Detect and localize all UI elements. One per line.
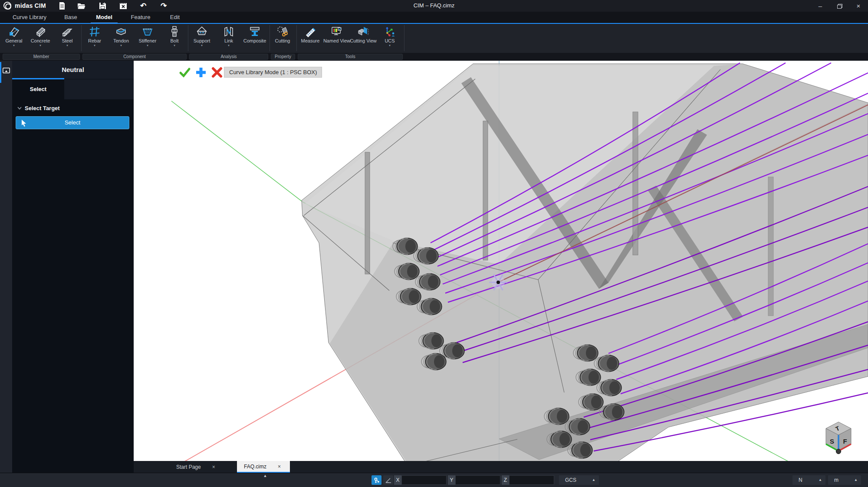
force-unit-select[interactable]: N ▲ [792,475,825,485]
ribbon-item-tendon[interactable]: Tendon ▾ [108,25,134,52]
tab-feature[interactable]: Feature [124,12,158,23]
minimize-button[interactable]: – [811,0,830,12]
chevron-down-icon[interactable]: ▾ [216,44,241,47]
ribbon-separator [296,25,297,51]
chevron-down-icon[interactable]: ▾ [82,44,107,47]
close-tab-icon[interactable]: × [212,464,215,470]
chevron-down-icon [17,107,22,110]
tendon-icon [115,26,127,38]
dropdown-arrow-icon: ▲ [854,475,858,485]
close-button[interactable]: × [849,0,868,12]
restore-button[interactable] [830,0,849,12]
ribbon-separator [81,25,82,51]
chevron-down-icon[interactable]: ▾ [377,44,402,47]
group-analysis: Analysis [189,54,268,60]
chevron-down-icon[interactable]: ▾ [55,44,80,47]
ribbon-item-composite[interactable]: Composite [241,25,268,52]
tab-select[interactable]: Select [12,79,64,99]
select-button[interactable]: Select [16,116,129,129]
angle-icon [385,477,391,483]
chevron-down-icon[interactable]: ▾ [28,44,53,47]
ribbon-separator [404,25,404,51]
chevron-down-icon[interactable]: ▾ [162,44,187,47]
chevron-down-icon[interactable]: ▾ [189,44,214,47]
concrete-icon [34,26,46,38]
composite-icon [249,26,261,38]
ribbon-item-link[interactable]: Link ▾ [216,25,241,52]
sidebar-icon-strip [0,61,12,473]
coordinate-system-select[interactable]: GCS ▲ [559,475,599,485]
cube-face-left: S [830,438,834,445]
confirm-button[interactable] [179,66,191,78]
window-title: CIM – FAQ.cimz [0,2,868,9]
chevron-down-icon[interactable]: ▾ [108,44,134,47]
chevron-down-icon[interactable]: ▾ [134,44,161,47]
close-tab-icon[interactable]: × [278,464,281,470]
cursor-arrow-icon [21,120,26,127]
length-unit-select[interactable]: m ▲ [828,475,861,485]
ribbon-item-bolt[interactable]: Bolt ▾ [162,25,187,52]
steel-icon [61,26,73,38]
coordinate-input-mode-button[interactable] [372,475,381,485]
measure-icon [304,26,316,38]
point-coordinate-icon [374,477,380,483]
tab-curve-library[interactable]: Curve Library [8,12,51,23]
tab-base[interactable]: Base [56,12,86,23]
collapse-statusbar-button[interactable]: ▲ [260,474,271,478]
ribbon-item-named-view[interactable]: Named View [322,25,352,52]
ribbon-item-support[interactable]: Support ▾ [189,25,214,52]
checkmark-icon [181,69,189,76]
rebar-icon [89,26,101,38]
ribbon-item-cutting[interactable]: Cutting [270,25,295,52]
cutting-icon [276,26,289,38]
ribbon-item-steel[interactable]: Steel ▾ [55,25,80,52]
x-icon [213,69,221,76]
ribbon-item-concrete[interactable]: Concrete ▾ [28,25,53,52]
coord-input-y[interactable] [455,475,500,485]
coord-label-y: Y [448,475,455,485]
ribbon: General ▾ Concrete ▾ Steel ▾ Rebar ▾ Ten… [0,24,868,53]
document-tab-bar: Start Page × FAQ.cimz × [134,461,868,473]
chevron-down-icon[interactable]: ▾ [1,44,26,47]
cancel-button[interactable] [211,66,223,78]
bolt-icon [168,26,181,38]
add-button[interactable] [195,66,207,78]
coord-input-z[interactable] [509,475,554,485]
dropdown-arrow-icon: ▲ [819,475,822,485]
link-icon [223,26,235,38]
section-select-target[interactable]: Select Target [17,105,60,111]
restore-icon [837,4,842,8]
tab-edit[interactable]: Edit [161,12,189,23]
plus-icon [196,68,206,77]
doc-tab-start-page[interactable]: Start Page × [169,461,236,473]
angle-input-mode-button[interactable] [383,475,393,485]
midas-cim-window: midas CIM ↶ ↷ CIM – FAQ.cimz – × Curve L… [0,0,868,487]
display-panel-icon[interactable] [3,68,10,75]
coord-label-z: Z [502,475,509,485]
cutting-view-icon [357,26,369,38]
ribbon-item-stiffener[interactable]: Stiffener ▾ [134,25,161,52]
ribbon-separator [188,25,188,51]
named-view-icon [331,26,343,38]
ribbon-item-measure[interactable]: Measure [298,25,323,52]
support-icon [196,26,208,38]
ribbon-item-cutting-view[interactable]: Cutting View [348,25,378,52]
panel-tab-row: Select [12,79,134,99]
ribbon-item-ucs[interactable]: UCS ▾ [377,25,402,52]
doc-tab-faq-cimz[interactable]: FAQ.cimz × [237,461,290,473]
model-viewport[interactable]: T S F Curve Library Mode (1 : PSC BOX) S… [134,61,868,473]
group-component: Component [82,54,187,60]
menu-bar: Curve Library Base Model Feature Edit [0,12,868,24]
ribbon-item-general[interactable]: General ▾ [1,25,26,52]
group-member: Member [3,54,80,60]
view-cube[interactable]: T S F [826,422,851,454]
model-scene: T S F [134,61,868,473]
psc-box-girder[interactable] [302,64,868,473]
tab-model[interactable]: Model [89,12,119,23]
ribbon-item-rebar[interactable]: Rebar ▾ [82,25,107,52]
mode-label-chip: Curve Library Mode (1 : PSC BOX) [224,67,322,78]
status-bar: ▲ X Y Z GCS ▲ N ▲ m ▲ [0,473,868,487]
title-bar: midas CIM ↶ ↷ CIM – FAQ.cimz – × [0,0,868,12]
coord-input-x[interactable] [401,475,447,485]
general-icon [8,26,20,38]
